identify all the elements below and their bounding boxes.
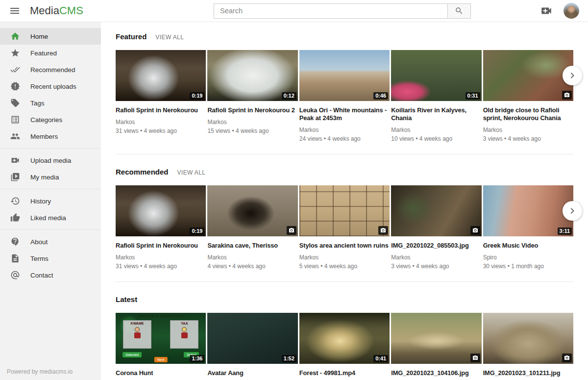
image-type-badge	[470, 226, 480, 235]
media-title[interactable]: Avatar Aang	[207, 369, 297, 377]
media-thumbnail[interactable]	[299, 185, 390, 236]
upload-media-button[interactable]	[540, 4, 553, 17]
media-title[interactable]: Corona Hunt	[116, 369, 206, 377]
view-all-link[interactable]: VIEW ALL	[155, 34, 184, 41]
duration-badge: 3:11	[558, 228, 572, 235]
media-title[interactable]: IMG_20201023_104106.jpg	[391, 369, 481, 377]
media-thumbnail[interactable]: 0:41	[299, 313, 390, 364]
media-card[interactable]: 3:11Greek Music VideoSpiro30 views • 1 m…	[483, 185, 573, 270]
media-thumbnail[interactable]	[391, 185, 481, 236]
media-card[interactable]: 0:12Rafioli Sprint in Nerokourou 2Markos…	[207, 50, 297, 142]
sidebar-item-members[interactable]: Members	[0, 128, 101, 145]
media-thumbnail[interactable]	[483, 313, 573, 364]
view-all-link[interactable]: VIEW ALL	[177, 169, 206, 176]
sidebar-group: Upload mediaMy media	[0, 148, 101, 189]
app-logo[interactable]: MediaCMS	[30, 4, 83, 17]
camera-icon	[472, 355, 478, 361]
media-card[interactable]: 0:46Leuka Ori - White mountains - Peak a…	[299, 50, 390, 142]
sidebar-item-liked-media[interactable]: Liked media	[0, 209, 101, 226]
media-card[interactable]: 0:31Koiliaris River in Kalyves, ChaniaMa…	[391, 50, 481, 142]
top-bar-left: MediaCMS	[0, 4, 145, 17]
character-name: KWAME	[123, 322, 151, 325]
media-title[interactable]: Old bridge close to Rafioli sprint, Nero…	[483, 106, 573, 122]
media-author[interactable]: Markos	[207, 119, 297, 126]
carousel-next-button[interactable]	[563, 66, 582, 85]
media-thumbnail[interactable]: 0:46	[299, 50, 390, 101]
media-title[interactable]: Greek Music Video	[483, 242, 573, 250]
main-content: FeaturedVIEW ALL0:19Rafioli Sprint in Ne…	[101, 22, 588, 380]
media-title[interactable]: Rafioli Sprint in Nerokourou	[116, 242, 206, 250]
media-meta: 24 views • 4 weeks ago	[299, 135, 390, 142]
camera-icon	[564, 92, 570, 98]
media-thumbnail[interactable]: 0:19	[116, 185, 206, 236]
media-thumbnail[interactable]	[207, 185, 297, 236]
sidebar-item-my-media[interactable]: My media	[0, 169, 101, 185]
sidebar-item-terms[interactable]: Terms	[0, 250, 101, 267]
camera-icon	[289, 228, 294, 233]
sidebar-item-categories[interactable]: Categories	[0, 111, 101, 128]
media-author[interactable]: Markos	[391, 127, 481, 133]
media-author[interactable]: Markos	[116, 254, 206, 261]
media-thumbnail[interactable]: 3:11	[483, 185, 573, 236]
avatar[interactable]	[564, 3, 579, 19]
search-icon	[455, 6, 464, 15]
media-card[interactable]: Sarakina cave, TherissoMarkos4 views • 4…	[207, 185, 297, 270]
media-title[interactable]: Sarakina cave, Therisso	[207, 242, 297, 250]
media-card[interactable]: Stylos area ancient town ruinsMarkos5 vi…	[299, 185, 390, 270]
media-title[interactable]: Forest - 49981.mp4	[299, 369, 390, 377]
media-card[interactable]: 0:19Rafioli Sprint in NerokourouMarkos31…	[116, 185, 206, 270]
media-author[interactable]: Spiro	[483, 254, 573, 261]
media-author[interactable]: Markos	[299, 127, 390, 133]
people-icon	[10, 131, 20, 141]
carousel-next-button[interactable]	[563, 201, 582, 221]
search-button[interactable]	[447, 3, 471, 19]
media-thumbnail[interactable]: CHOOSE A CHARACTERKWAMEYAASelectedNextSe…	[116, 313, 206, 364]
media-author[interactable]: Markos	[483, 127, 573, 133]
sidebar-item-recent-uploads[interactable]: Recent uploads	[0, 78, 101, 95]
camera-icon	[380, 228, 386, 233]
search-input[interactable]	[214, 3, 448, 19]
media-title[interactable]: IMG_20201022_085503.jpg	[391, 242, 481, 250]
media-title[interactable]: Stylos area ancient town ruins	[299, 242, 390, 250]
media-card[interactable]: IMG_20201023_104106.jpgMarkos4 views • 4…	[391, 313, 481, 380]
sidebar-item-upload-media[interactable]: Upload media	[0, 152, 101, 169]
media-thumbnail[interactable]: 0:12	[207, 50, 297, 101]
media-thumbnail[interactable]: 1:52	[207, 313, 297, 364]
sidebar-item-home[interactable]: Home	[0, 28, 101, 45]
media-card[interactable]: IMG_20201023_101211.jpgMarkos4 views • 4…	[483, 313, 573, 380]
media-card[interactable]: 0:41Forest - 49981.mp4test17 views • 3 w…	[299, 313, 390, 380]
media-card[interactable]: Old bridge close to Rafioli sprint, Nero…	[483, 50, 573, 142]
document-icon	[10, 253, 20, 263]
sidebar-item-featured[interactable]: Featured	[0, 45, 101, 61]
media-title[interactable]: Koiliaris River in Kalyves, Chania	[391, 106, 481, 122]
section-title: Featured	[116, 32, 147, 41]
cards-row: 0:19Rafioli Sprint in NerokourouMarkos31…	[116, 185, 573, 270]
media-thumbnail[interactable]: 0:19	[116, 50, 206, 101]
menu-button[interactable]	[9, 5, 21, 17]
sidebar-item-recommended[interactable]: Recommended	[0, 61, 101, 78]
sidebar-item-contact[interactable]: Contact	[0, 267, 101, 283]
search-bar	[145, 3, 540, 19]
media-author[interactable]: Markos	[299, 254, 390, 261]
media-title[interactable]: Leuka Ori - White mountains - Peak at 24…	[299, 106, 390, 122]
sidebar-item-history[interactable]: History	[0, 193, 101, 209]
media-author[interactable]: Markos	[116, 119, 206, 126]
duration-badge: 0:41	[373, 355, 388, 362]
media-meta: 30 views • 1 month ago	[483, 263, 573, 270]
image-type-badge	[562, 354, 572, 362]
media-thumbnail[interactable]	[483, 50, 573, 101]
media-thumbnail[interactable]	[391, 313, 481, 364]
media-card[interactable]: 1:52Avatar AangDickson Jr.12 views • 1 w…	[207, 313, 297, 380]
media-author[interactable]: Markos	[207, 254, 297, 261]
sidebar-item-tags[interactable]: Tags	[0, 95, 101, 111]
media-card[interactable]: IMG_20201022_085503.jpgMarkos3 views • 4…	[391, 185, 481, 270]
media-title[interactable]: IMG_20201023_101211.jpg	[483, 369, 573, 377]
media-title[interactable]: Rafioli Sprint in Nerokourou	[116, 106, 206, 114]
media-card[interactable]: 0:19Rafioli Sprint in NerokourouMarkos31…	[116, 50, 206, 142]
media-author[interactable]: Markos	[391, 254, 481, 261]
video-library-icon	[10, 172, 20, 182]
media-title[interactable]: Rafioli Sprint in Nerokourou 2	[207, 106, 297, 114]
media-thumbnail[interactable]: 0:31	[391, 50, 481, 101]
sidebar-item-about[interactable]: About	[0, 233, 101, 250]
media-card[interactable]: CHOOSE A CHARACTERKWAMEYAASelectedNextSe…	[116, 313, 206, 380]
